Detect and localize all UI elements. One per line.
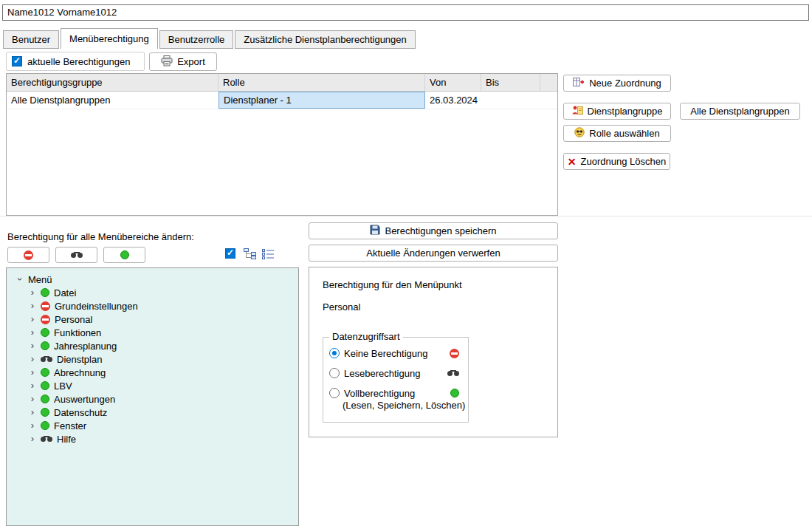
tab-benutzerrolle[interactable]: Benutzerrolle: [159, 30, 234, 49]
chevron-right-icon[interactable]: ›: [29, 433, 36, 445]
list-view-icon[interactable]: [262, 248, 275, 260]
tree-item-personal[interactable]: ›Personal: [7, 313, 298, 326]
access-option-read-label: Leseberechtigung: [344, 368, 420, 379]
radio-no-access[interactable]: [329, 348, 340, 358]
no-entry-icon: [41, 315, 50, 324]
cell-bis[interactable]: [481, 92, 540, 109]
new-assignment-button[interactable]: Neue Zuordnung: [563, 75, 671, 92]
table-header: Berechtigungsgruppe Rolle Von Bis: [7, 74, 557, 92]
tree-item-jahresplanung[interactable]: ›Jahresplanung: [7, 339, 298, 352]
tree-view-icon[interactable]: [244, 248, 257, 260]
selected-menu-item-label: Personal: [323, 301, 360, 313]
green-dot-icon: [450, 389, 459, 397]
save-permissions-button[interactable]: Berechtigungen speichern: [309, 222, 558, 239]
tree-item-auswertungen[interactable]: ›Auswertungen: [7, 392, 298, 406]
chevron-right-icon[interactable]: ›: [29, 327, 36, 338]
tab-zusaetzliche-dienstplanberechtigungen[interactable]: Zusätzliche Dienstplanberechtigungen: [235, 30, 415, 49]
save-permissions-label: Berechtigungen speichern: [385, 225, 496, 236]
access-option-none[interactable]: Keine Berechtigung: [329, 347, 462, 360]
tree-filter-checkbox[interactable]: [225, 248, 235, 259]
chevron-right-icon[interactable]: ›: [29, 353, 36, 365]
set-all-no-access-button[interactable]: [7, 247, 49, 263]
export-button[interactable]: Export: [149, 52, 217, 71]
tab-menueberechtigung[interactable]: Menüberechtigung: [61, 28, 158, 49]
current-permissions-checkbox[interactable]: [12, 56, 22, 66]
tree-item-datenschutz[interactable]: ›Datenschutz: [7, 406, 298, 419]
access-option-read[interactable]: Leseberechtigung: [329, 366, 462, 380]
dienstplangruppe-button[interactable]: Dienstplangruppe: [563, 103, 671, 120]
full-access-note: (Lesen, Speichern, Löschen): [343, 400, 465, 411]
chevron-right-icon[interactable]: ›: [29, 287, 36, 298]
green-dot-icon: [450, 389, 459, 397]
chevron-right-icon[interactable]: ›: [29, 380, 36, 392]
detail-heading: Berechtigung für den Menüpunkt: [323, 279, 462, 290]
menu-item-permission-panel: Berechtigung für den Menüpunkt Personal …: [309, 267, 558, 437]
glasses-icon: [447, 369, 459, 377]
discard-changes-label: Aktuelle Änderungen verwerfen: [366, 248, 500, 259]
cell-rolle-selected[interactable]: Dienstplaner - 1: [219, 92, 425, 109]
chevron-right-icon[interactable]: ›: [29, 340, 36, 352]
select-role-button[interactable]: Rolle auswählen: [563, 125, 671, 142]
delete-assignment-button[interactable]: ✕ Zuordnung Löschen: [563, 153, 670, 170]
chevron-down-icon[interactable]: ›: [14, 276, 26, 283]
chevron-right-icon[interactable]: ›: [29, 366, 36, 378]
green-dot-icon: [41, 288, 49, 297]
access-type-legend: Datenzugriffsart: [329, 331, 403, 342]
diskette-icon: [370, 225, 380, 237]
access-option-full[interactable]: Vollberechtigung: [329, 386, 462, 400]
tree-item-dienstplan[interactable]: ›Dienstplan: [7, 352, 298, 366]
user-name-header[interactable]: Name1012 Vorname1012: [2, 4, 809, 21]
tree-item-abrechnung[interactable]: ›Abrechnung: [7, 366, 298, 379]
access-option-none-label: Keine Berechtigung: [344, 348, 427, 359]
glasses-icon: [41, 355, 52, 363]
tab-benutzer[interactable]: Benutzer: [3, 30, 59, 49]
no-entry-icon: [41, 301, 50, 311]
chevron-right-icon[interactable]: ›: [29, 300, 36, 312]
table-row[interactable]: Alle Dienstplangruppen Dienstplaner - 1 …: [7, 92, 557, 109]
column-header-berechtigungsgruppe[interactable]: Berechtigungsgruppe: [7, 74, 219, 91]
radio-read-access[interactable]: [329, 368, 340, 378]
discard-changes-button[interactable]: Aktuelle Änderungen verwerfen: [309, 245, 558, 262]
tree-item-grundeinstellungen[interactable]: ›Grundeinstellungen: [7, 299, 298, 313]
column-header-rolle[interactable]: Rolle: [219, 74, 425, 91]
set-all-full-access-button[interactable]: [103, 247, 145, 263]
table-plus-icon: [573, 77, 585, 89]
chevron-right-icon[interactable]: ›: [29, 313, 36, 325]
bulk-change-label: Berechtigung für alle Menübereiche änder…: [7, 231, 194, 242]
tab-bar: Benutzer Menüberechtigung Benutzerrolle …: [3, 28, 417, 49]
person-list-icon: [572, 105, 583, 117]
menu-permission-tree: › Menü ›Datei›Grundeinstellungen›Persona…: [6, 267, 299, 526]
dienstplangruppe-label: Dienstplangruppe: [588, 106, 663, 117]
column-header-bis[interactable]: Bis: [481, 74, 540, 91]
cell-berechtigungsgruppe[interactable]: Alle Dienstplangruppen: [7, 92, 219, 109]
current-permissions-label: aktuelle Berechtigungen: [27, 56, 131, 67]
new-assignment-label: Neue Zuordnung: [589, 78, 661, 89]
glasses-icon: [71, 251, 83, 259]
access-type-groupbox: Datenzugriffsart Keine Berechtigung Lese…: [323, 337, 469, 423]
red-x-icon: ✕: [568, 157, 577, 167]
green-dot-icon: [41, 408, 49, 417]
chevron-right-icon[interactable]: ›: [29, 406, 36, 418]
face-icon: [574, 127, 585, 140]
set-all-read-access-button[interactable]: [55, 247, 97, 263]
no-entry-icon: [450, 349, 459, 358]
select-role-label: Rolle auswählen: [589, 128, 659, 139]
all-dienstplangruppen-button[interactable]: Alle Dienstplangruppen: [680, 103, 800, 120]
glasses-icon: [447, 369, 459, 377]
tree-item-fenster[interactable]: ›Fenster: [7, 419, 298, 432]
chevron-right-icon[interactable]: ›: [29, 393, 36, 405]
cell-von[interactable]: 26.03.2024: [425, 92, 481, 109]
tree-item-hilfe[interactable]: ›Hilfe: [7, 432, 298, 446]
tree-item-lbv[interactable]: ›LBV: [7, 379, 298, 392]
tree-item-funktionen[interactable]: ›Funktionen: [7, 326, 298, 339]
tree-item-datei[interactable]: ›Datei: [7, 286, 298, 299]
chevron-right-icon[interactable]: ›: [29, 420, 36, 431]
green-dot-icon: [41, 395, 49, 403]
glasses-icon: [41, 435, 52, 443]
tree-root-menu[interactable]: › Menü: [7, 273, 298, 286]
export-label: Export: [177, 56, 205, 67]
radio-full-access[interactable]: [329, 388, 340, 398]
all-dienstplangruppen-label: Alle Dienstplangruppen: [690, 106, 789, 117]
tree-root-label: Menü: [28, 274, 52, 285]
column-header-von[interactable]: Von: [425, 74, 481, 91]
